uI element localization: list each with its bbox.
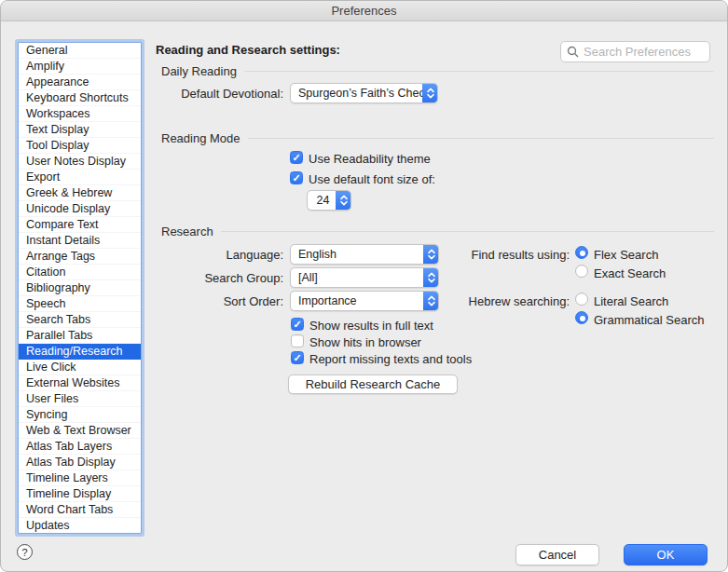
report-missing-label[interactable]: Report missing texts and tools [309, 352, 472, 366]
section-divider [248, 138, 714, 139]
sidebar-item-updates[interactable]: Updates [19, 518, 141, 533]
sidebar-item-keyboard-shortcuts[interactable]: Keyboard Shortcuts [19, 90, 141, 106]
sidebar-item-instant-details[interactable]: Instant Details [19, 233, 141, 249]
sort-order-popup[interactable]: Importance [290, 291, 439, 311]
sidebar-item-arrange-tags[interactable]: Arrange Tags [19, 249, 141, 265]
section-daily-reading-title: Daily Reading [161, 64, 237, 78]
use-readability-checkbox[interactable] [290, 151, 303, 164]
help-button[interactable]: ? [17, 544, 33, 560]
sidebar-item-workspaces[interactable]: Workspaces [19, 106, 141, 122]
find-results-label: Find results using: [456, 248, 570, 262]
sidebar-item-amplify[interactable]: Amplify [19, 59, 141, 75]
window-title: Preferences [331, 4, 396, 18]
section-divider [244, 71, 714, 72]
grammatical-search-label[interactable]: Grammatical Search [594, 313, 704, 327]
show-results-checkbox[interactable] [291, 318, 304, 331]
font-size-value: 24 [308, 191, 337, 210]
sort-order-value: Importance [291, 292, 424, 310]
section-reading-mode: Reading Mode [161, 131, 714, 145]
title-bar: Preferences [1, 1, 727, 21]
language-value: English [291, 245, 424, 264]
font-size-stepper[interactable]: 24 [307, 190, 351, 211]
preferences-window: Preferences GeneralAmplifyAppearanceKeyb… [0, 0, 728, 572]
search-group-value: [All] [291, 268, 424, 287]
search-placeholder: Search Preferences [584, 45, 691, 59]
popup-arrows-icon [422, 83, 438, 103]
exact-search-label[interactable]: Exact Search [594, 266, 666, 280]
use-readability-label[interactable]: Use Readability theme [309, 152, 431, 166]
section-daily-reading: Daily Reading [161, 64, 714, 78]
language-popup[interactable]: English [290, 244, 439, 265]
sidebar-item-search-tabs[interactable]: Search Tabs [19, 312, 141, 328]
language-label: Language: [156, 248, 283, 262]
sidebar-item-user-files[interactable]: User Files [19, 391, 141, 407]
flex-search-label[interactable]: Flex Search [594, 248, 658, 262]
sidebar-item-appearance[interactable]: Appearance [19, 75, 141, 90]
show-results-label[interactable]: Show results in full text [309, 319, 433, 333]
section-reading-mode-title: Reading Mode [161, 131, 240, 145]
sidebar-item-greek-hebrew[interactable]: Greek & Hebrew [19, 185, 141, 201]
sidebar-item-syncing[interactable]: Syncing [19, 407, 141, 423]
sidebar-item-live-click[interactable]: Live Click [19, 360, 141, 375]
sidebar-item-atlas-tab-display[interactable]: Atlas Tab Display [19, 455, 141, 470]
cancel-button[interactable]: Cancel [515, 544, 599, 565]
section-research-title: Research [161, 225, 213, 238]
search-group-popup[interactable]: [All] [290, 267, 439, 288]
use-default-font-label[interactable]: Use default font size of: [309, 172, 435, 186]
sidebar-item-tool-display[interactable]: Tool Display [19, 138, 141, 154]
sidebar-item-text-display[interactable]: Text Display [19, 122, 141, 138]
sidebar-item-unicode-display[interactable]: Unicode Display [19, 201, 141, 217]
ok-button[interactable]: OK [624, 544, 707, 565]
page-title: Reading and Research settings: [156, 43, 340, 57]
stepper-arrows-icon [336, 190, 351, 211]
sort-order-label: Sort Order: [156, 294, 283, 308]
show-hits-checkbox[interactable] [291, 334, 304, 347]
sidebar-item-bibliography[interactable]: Bibliography [19, 280, 141, 296]
literal-search-radio[interactable] [575, 293, 588, 306]
literal-search-label[interactable]: Literal Search [594, 294, 668, 308]
default-devotional-value: Spurgeon’s Faith’s Chec… [291, 84, 423, 102]
sidebar-list: GeneralAmplifyAppearanceKeyboard Shortcu… [18, 42, 142, 534]
section-research: Research [161, 225, 714, 238]
section-divider [221, 231, 714, 232]
sidebar-item-atlas-tab-layers[interactable]: Atlas Tab Layers [19, 439, 141, 455]
sidebar-item-export[interactable]: Export [19, 170, 141, 185]
sidebar-item-compare-text[interactable]: Compare Text [19, 217, 141, 233]
sidebar-item-external-websites[interactable]: External Websites [19, 375, 141, 391]
default-devotional-popup[interactable]: Spurgeon’s Faith’s Chec… [290, 83, 438, 103]
show-hits-label[interactable]: Show hits in browser [309, 335, 421, 349]
popup-arrows-icon [423, 244, 439, 265]
sidebar-item-parallel-tabs[interactable]: Parallel Tabs [19, 328, 141, 344]
sidebar-item-user-notes-display[interactable]: User Notes Display [19, 154, 141, 170]
flex-search-radio[interactable] [575, 246, 588, 259]
report-missing-checkbox[interactable] [291, 351, 304, 364]
search-group-label: Search Group: [156, 271, 283, 285]
grammatical-search-radio[interactable] [575, 311, 588, 324]
sidebar-item-speech[interactable]: Speech [19, 296, 141, 312]
search-icon [567, 46, 579, 58]
hebrew-searching-label: Hebrew searching: [456, 294, 570, 308]
search-input[interactable]: Search Preferences [560, 41, 710, 62]
rebuild-research-cache-button[interactable]: Rebuild Research Cache [288, 375, 458, 394]
sidebar-item-word-chart-tabs[interactable]: Word Chart Tabs [19, 502, 141, 518]
default-devotional-label: Default Devotional: [156, 87, 283, 101]
sidebar-item-timeline-display[interactable]: Timeline Display [19, 486, 141, 502]
sidebar-item-reading-research[interactable]: Reading/Research [19, 344, 141, 360]
sidebar-item-web-text-browser[interactable]: Web & Text Browser [19, 423, 141, 439]
popup-arrows-icon [423, 267, 439, 288]
sidebar-item-citation[interactable]: Citation [19, 265, 141, 280]
popup-arrows-icon [423, 291, 439, 311]
exact-search-radio[interactable] [575, 265, 588, 278]
sidebar-item-timeline-layers[interactable]: Timeline Layers [19, 470, 141, 486]
sidebar-item-general[interactable]: General [19, 43, 141, 59]
use-default-font-checkbox[interactable] [290, 171, 303, 184]
